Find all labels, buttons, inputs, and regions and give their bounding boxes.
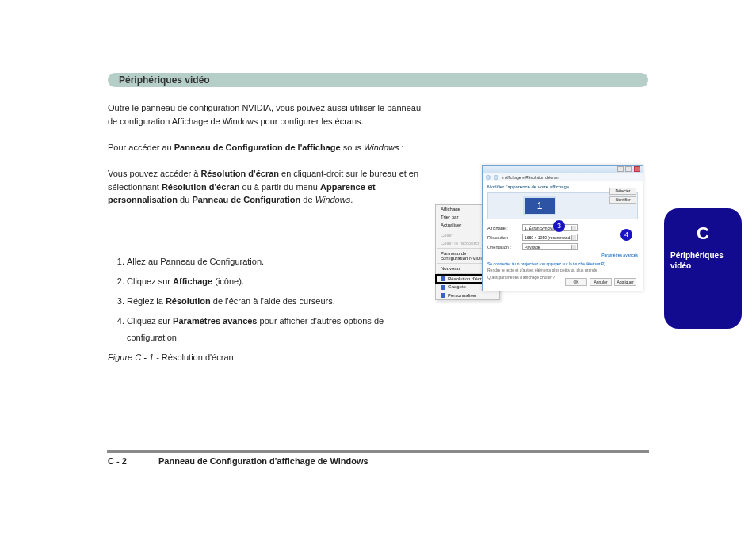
fig-text: - Résolution d'écran bbox=[154, 352, 234, 362]
ctx-personnaliser[interactable]: Personnaliser bbox=[436, 291, 499, 299]
button-row: OK Annuler Appliquer bbox=[565, 278, 636, 286]
p2-bold: Panneau de Configuration de l'affichage bbox=[174, 143, 341, 152]
ctx-affichage-label: Affichage bbox=[441, 207, 460, 211]
cancel-button[interactable]: Annuler bbox=[590, 278, 612, 286]
p3-pre: Vous pouvez accéder à bbox=[108, 169, 200, 178]
chevron-down-icon bbox=[571, 245, 576, 249]
detect-identify-group: Détecter Identifier bbox=[609, 188, 636, 204]
steps-list: Allez au Panneau de Configuration. Cliqu… bbox=[108, 253, 425, 348]
row-orientation: Orientation : Paysage bbox=[487, 243, 638, 250]
section-banner: Périphériques vidéo bbox=[108, 73, 648, 87]
orientation-label: Orientation : bbox=[487, 245, 519, 249]
s2-b: Affichage bbox=[173, 276, 212, 286]
p3-m4: de bbox=[300, 195, 315, 204]
detect-button[interactable]: Détecter bbox=[609, 188, 636, 195]
p2-suf: : bbox=[399, 143, 403, 152]
side-tab: C Périphériques vidéo bbox=[664, 208, 742, 329]
orientation-combo[interactable]: Paysage bbox=[522, 243, 578, 250]
monitor-number: 1 bbox=[537, 200, 543, 211]
p2-mid: sous bbox=[341, 143, 364, 152]
step-2: Cliquez sur Affichage (icône). bbox=[127, 273, 425, 290]
s3-post: de l'écran à l'aide des curseurs. bbox=[213, 296, 335, 306]
step-4: Cliquez sur Paramètres avancés pour affi… bbox=[127, 313, 425, 346]
side-tab-label: Périphériques vidéo bbox=[670, 250, 735, 271]
display-combo[interactable]: 1. Écran SyncMaster ▾ bbox=[522, 224, 578, 231]
resolution-combo[interactable]: 1680 × 1050 (recommandé) bbox=[522, 234, 578, 241]
maximize-button[interactable] bbox=[625, 166, 632, 172]
window-content: Modifier l'apparence de votre affichage … bbox=[483, 181, 643, 283]
ctx-coller-rac-label: Coller le raccourci bbox=[441, 241, 479, 246]
callout-4: 4 bbox=[620, 229, 632, 241]
p3-b1: Résolution d'écran bbox=[200, 169, 279, 178]
identify-button[interactable]: Identifier bbox=[609, 196, 636, 204]
nav-back-icon[interactable] bbox=[486, 175, 491, 180]
monitor-1-icon[interactable]: 1 bbox=[523, 196, 556, 215]
window-breadcrumb[interactable]: « Affichage » Résolution d'écran bbox=[483, 173, 643, 181]
step-1: Allez au Panneau de Configuration. bbox=[127, 253, 425, 270]
s2-pre: Cliquez sur bbox=[127, 276, 173, 286]
row-resolution: Résolution : 1680 × 1050 (recommandé) bbox=[487, 234, 638, 241]
page-title: Panneau de Configuration d'affichage de … bbox=[158, 456, 368, 466]
ctx-coller-label: Coller bbox=[441, 233, 453, 238]
chevron-down-icon bbox=[571, 226, 576, 230]
display-label: Affichage : bbox=[487, 226, 519, 230]
resolution-label: Résolution : bbox=[487, 235, 519, 240]
personalize-icon bbox=[441, 293, 445, 298]
step-3: Réglez la Résolution de l'écran à l'aide… bbox=[127, 293, 425, 310]
s4-b: Paramètres avancés bbox=[173, 316, 259, 326]
minimize-button[interactable] bbox=[617, 166, 624, 172]
paragraph-2: Pour accéder au Panneau de Configuration… bbox=[108, 141, 425, 207]
ctx-gadgets-label: Gadgets bbox=[448, 284, 466, 289]
projector-link[interactable]: Se connecter à un projecteur (ou appuyez… bbox=[487, 261, 638, 267]
p3-m3: du bbox=[178, 195, 192, 204]
text-size-link[interactable]: Rendre le texte et d'autres éléments plu… bbox=[487, 268, 638, 273]
p3-suf: . bbox=[350, 195, 353, 204]
figure-caption: Figure C - 1 - Résolution d'écran bbox=[108, 352, 441, 362]
page-number: C - 2 bbox=[108, 456, 127, 466]
advanced-settings-link[interactable]: Paramètres avancés bbox=[601, 253, 638, 257]
ctx-person-label: Personnaliser bbox=[448, 293, 477, 298]
s4-pre: Cliquez sur bbox=[127, 316, 173, 326]
p3-b4: Panneau de Configuration bbox=[192, 195, 300, 204]
p3-win: Windows bbox=[315, 195, 351, 204]
ctx-nouveau-label: Nouveau bbox=[441, 266, 460, 271]
p3-m2: ou à partir du menu bbox=[239, 182, 320, 192]
p2-win: Windows bbox=[364, 143, 399, 152]
ctx-actualiser-label: Actualiser bbox=[441, 223, 461, 227]
banner-title: Périphériques vidéo bbox=[119, 74, 210, 86]
resolution-value: 1680 × 1050 (recommandé) bbox=[525, 235, 574, 240]
close-button[interactable] bbox=[634, 166, 640, 172]
ok-button[interactable]: OK bbox=[565, 278, 587, 286]
gadget-icon bbox=[441, 285, 445, 290]
window-titlebar[interactable] bbox=[483, 166, 643, 173]
orientation-value: Paysage bbox=[525, 245, 540, 249]
p2-pre: Pour accéder au bbox=[108, 143, 174, 152]
breadcrumb-text: « Affichage » Résolution d'écran bbox=[502, 175, 558, 180]
ctx-trier-label: Trier par bbox=[441, 215, 458, 219]
s2-post: (icône). bbox=[212, 276, 244, 286]
apply-button[interactable]: Appliquer bbox=[614, 278, 636, 286]
ctx-nvidia-label: Panneau de configuration NVIDIA bbox=[441, 251, 485, 261]
footer-rule bbox=[107, 450, 649, 453]
monitor-icon bbox=[441, 276, 445, 281]
paragraph-1: Outre le panneau de configuration NVIDIA… bbox=[108, 101, 425, 128]
step-1-text: Allez au Panneau de Configuration. bbox=[127, 257, 264, 266]
p1-text: Outre le panneau de configuration NVIDIA… bbox=[108, 103, 421, 126]
s3-b: Résolution bbox=[166, 296, 213, 306]
fig-label: Figure C - 1 bbox=[108, 352, 154, 362]
s3-pre: Réglez la bbox=[127, 296, 166, 306]
callout-3: 3 bbox=[553, 220, 565, 232]
side-tab-letter: C bbox=[670, 223, 735, 246]
p3-b2: Résolution d'écran bbox=[162, 182, 240, 192]
nav-fwd-icon[interactable] bbox=[494, 175, 498, 180]
chevron-down-icon bbox=[571, 235, 576, 240]
